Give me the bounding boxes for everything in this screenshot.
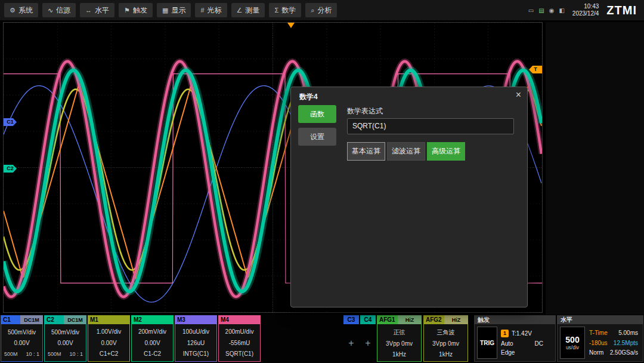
c1-name: C1 (1, 315, 20, 324)
signal-source-icon: ∿ (48, 7, 53, 14)
afg1-impedance: HiZ (398, 315, 422, 324)
math-box-m3[interactable]: M3 100uU/div 126uU INTG(C1) (175, 315, 217, 362)
expression-label: 数学表达式 (347, 106, 383, 116)
trigger-status-panel[interactable]: 触发 TRIG 1 T:1.42V Auto DC Edge (474, 315, 556, 362)
afg2-name: AFG2 (423, 315, 444, 324)
menu-math[interactable]: Σ数学 (269, 3, 301, 17)
c2-scale: 500mV/div (45, 329, 86, 336)
clock-time: 10:43 (572, 3, 599, 11)
c1-scale: 500mV/div (1, 329, 42, 336)
channel-box-c2[interactable]: C2 DC1M 500mV/div 0.00V 500M10 : 1 (44, 315, 86, 362)
delay-value: -180us (589, 340, 608, 346)
menu-display[interactable]: ▦显示 (157, 3, 191, 17)
menu-system[interactable]: ⚙系统 (4, 3, 38, 17)
clock: 10:43 2023/12/4 (572, 3, 599, 18)
expression-input[interactable]: SQRT(C1) (347, 118, 514, 134)
m1-offset: 0.00V (88, 340, 129, 346)
acquisition-mode: Norm (589, 349, 603, 356)
screenshot-icon[interactable]: ▭ (528, 7, 534, 14)
menu-measure-label: 测量 (245, 5, 259, 16)
brand-logo: ZTMI (606, 4, 637, 17)
m2-offset: 0.00V (132, 340, 173, 346)
menu-cursor-label: 光标 (208, 5, 222, 16)
afg2-waveform-type: 三角波 (424, 328, 467, 337)
record-icon[interactable]: ◉ (549, 7, 555, 14)
timebase-value: 500 (565, 335, 579, 344)
basic-ops-button[interactable]: 基本运算 (347, 142, 385, 161)
tab-function[interactable]: 函数 (298, 105, 336, 123)
m4-offset: -556mU (219, 340, 260, 346)
c2-offset: 0.00V (45, 340, 86, 346)
trigger-position-marker[interactable] (287, 23, 295, 32)
ttime-label: T-Time (589, 330, 608, 336)
c1-offset: 0.00V (1, 340, 42, 346)
m1-scale: 1.00V/div (88, 328, 129, 335)
add-channel-c4[interactable]: C4 + (360, 315, 376, 362)
afg1-waveform-type: 正弦 (377, 328, 421, 337)
m1-expression: C1+C2 (88, 350, 129, 357)
trigger-level-value: T:1.42V (512, 330, 532, 337)
channel-box-c1[interactable]: C1 DC1M 500mV/div 0.00V 500M10 : 1 (1, 315, 43, 362)
horizontal-arrows-icon: ↔ (85, 7, 92, 14)
trigger-coupling: DC (535, 340, 553, 347)
m1-name: M1 (88, 315, 130, 324)
afg1-box[interactable]: AFG1 HiZ 正弦 3Vpp 0mv 1kHz (377, 315, 422, 362)
display-grid-icon: ▦ (162, 7, 168, 14)
m3-scale: 100uU/div (175, 328, 216, 335)
trigger-panel-title: 触发 (474, 315, 556, 324)
afg1-amplitude: 3Vpp 0mv (377, 340, 421, 347)
advanced-ops-button[interactable]: 高级运算 (427, 142, 465, 161)
c2-name: C2 (44, 315, 64, 324)
menu-trigger[interactable]: ⚑触发 (119, 3, 153, 17)
trigger-flag-icon: ⚑ (124, 7, 130, 14)
menu-analysis[interactable]: ⌕分析 (305, 3, 337, 17)
storage-icon[interactable]: ▤ (538, 7, 544, 14)
search-icon: ⌕ (311, 7, 314, 14)
dialog-title: 数学4 (299, 92, 318, 102)
c4-add-button[interactable]: + (360, 324, 376, 362)
topbar-right-cluster: ▭ ▤ ◉ ◧ 10:43 2023/12/4 ZTMI (528, 0, 644, 20)
menu-source[interactable]: ∿信源 (42, 3, 76, 17)
trigger-type: Edge (501, 349, 515, 356)
menu-display-label: 显示 (171, 5, 185, 16)
filter-ops-button[interactable]: 滤波运算 (387, 142, 425, 161)
math-box-m1[interactable]: M1 1.00V/div 0.00V C1+C2 (88, 315, 130, 362)
horizontal-status-panel[interactable]: 水平 500 us/div T-Time 5.00ms -180us 12.5M… (557, 315, 643, 362)
afg2-frequency: 1kHz (424, 351, 467, 358)
measure-ruler-icon: ∠ (237, 7, 243, 14)
m4-expression: SQRT(C1) (219, 350, 260, 357)
right-side-panel (546, 22, 644, 315)
gear-icon: ⚙ (10, 7, 16, 14)
m4-scale: 200mU/div (219, 328, 260, 335)
bottom-status-bar: C1 DC1M 500mV/div 0.00V 500M10 : 1 C2 DC… (0, 315, 644, 363)
menu-analysis-label: 分析 (317, 5, 332, 16)
timebase-unit: us/div (566, 344, 579, 350)
afg2-box[interactable]: AFG2 HiZ 三角波 3Vpp 0mv 1kHz (423, 315, 468, 362)
memory-depth: 12.5Mpts (614, 340, 638, 346)
c3-name: C3 (343, 315, 359, 324)
c2-coupling: DC1M (64, 315, 86, 324)
menu-cursor[interactable]: #光标 (195, 3, 227, 17)
math-box-m2[interactable]: M2 200mV/div 0.00V C1-C2 (131, 315, 174, 362)
trig-state-indicator: TRIG (477, 327, 497, 359)
menu-source-label: 信源 (56, 5, 70, 16)
timebase-box: 500 us/div (560, 327, 585, 359)
afg1-name: AFG1 (377, 315, 398, 324)
sound-icon[interactable]: ◧ (559, 7, 564, 14)
c1-bandwidth: 500M (4, 351, 18, 357)
c3-add-button[interactable]: + (343, 324, 359, 362)
c2-bandwidth: 500M (48, 351, 61, 357)
menu-measure[interactable]: ∠测量 (231, 3, 265, 17)
menu-system-label: 系统 (18, 5, 33, 16)
close-icon[interactable]: × (516, 90, 521, 100)
math-sigma-icon: Σ (274, 7, 278, 14)
tab-settings[interactable]: 设置 (298, 128, 336, 146)
afg2-amplitude: 3Vpp 0mv (424, 340, 467, 347)
m2-scale: 200mV/div (132, 328, 173, 335)
add-channel-c3[interactable]: C3 + (343, 315, 359, 362)
trigger-mode: Auto (501, 340, 513, 347)
menu-horizontal-label: 水平 (95, 5, 109, 16)
math-box-m4[interactable]: M4 200mU/div -556mU SQRT(C1) (218, 315, 261, 362)
menu-horizontal[interactable]: ↔水平 (80, 3, 114, 17)
trigger-source-badge: 1 (501, 330, 509, 337)
